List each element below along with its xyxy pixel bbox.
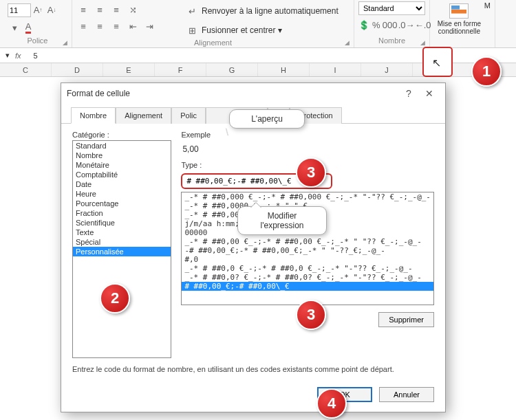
wrap-text-icon: ↵ <box>185 4 199 18</box>
tab-nombre[interactable]: Nombre <box>71 107 116 124</box>
orientation-icon[interactable]: ⤭ <box>126 3 140 16</box>
format-cells-dialog: Format de cellule ? ✕ Nombre Alignement … <box>61 82 446 412</box>
callout-modifier: Modifier l'expression <box>237 206 327 235</box>
wrap-text-label: Renvoyer à la ligne automatiquement <box>202 6 338 16</box>
categorie-item[interactable]: Texte <box>73 228 171 237</box>
merge-center-label: Fusionner et centrer <box>202 25 275 35</box>
exemple-label: Exemple <box>181 131 434 139</box>
categorie-item[interactable]: Pourcentage <box>73 199 171 208</box>
annuler-button[interactable]: Annuler <box>379 387 434 402</box>
font-color-icon[interactable]: A <box>21 21 35 34</box>
categorie-item[interactable]: Monétaire <box>73 160 171 170</box>
categorie-item[interactable]: Scientifique <box>73 218 171 228</box>
conditional-formatting-label: Mise en forme conditionnelle <box>434 20 484 35</box>
categorie-item[interactable]: Heure <box>73 189 171 199</box>
merge-center-button[interactable]: ⊞ Fusionner et centrer ▾ <box>182 22 341 38</box>
callout-apercu: L'aperçu <box>229 109 305 129</box>
column-header[interactable]: H <box>258 63 310 76</box>
categorie-item[interactable]: Personnalisée <box>73 247 171 256</box>
group-cond: Mise en forme conditionnelle M <box>430 0 495 47</box>
help-button[interactable]: ? <box>398 88 419 99</box>
column-header[interactable]: F <box>155 63 206 76</box>
badge-3-top: 3 <box>296 157 326 188</box>
dialog-launcher-nombre[interactable]: ◢ <box>418 38 427 47</box>
group-alignement: ≡ ≡ ≡ ⤭ ≡ ≡ ≡ ⇤ ⇥ ↵ Renvoyer à la ligne … <box>72 0 354 47</box>
format-item[interactable]: # ##0,00_€;-# ##0,00\_€ <box>182 282 433 291</box>
badge-4: 4 <box>316 388 347 419</box>
column-header[interactable]: G <box>206 63 258 76</box>
exemple-value: 5,00 <box>181 143 434 158</box>
align-middle-icon[interactable]: ≡ <box>93 3 107 16</box>
categorie-item[interactable]: Fraction <box>73 208 171 218</box>
chevron-down-icon: ▾ <box>278 25 282 35</box>
badge-2: 2 <box>100 283 130 313</box>
ribbon: A↑ A↓ ▾ A Police ◢ ≡ ≡ ≡ ⤭ ≡ ≡ ≡ ⇤ ⇥ <box>0 0 516 48</box>
percent-icon[interactable]: % <box>372 18 380 32</box>
categorie-label: Catégorie : <box>72 131 171 139</box>
currency-icon[interactable]: 💲 <box>358 18 369 32</box>
formula-dropdown-icon[interactable]: ▾ <box>6 51 10 60</box>
nombre-launcher-highlight: ↖ <box>422 47 453 77</box>
format-item[interactable]: _-* # ##0,0? €_-;-* # ##0,0? €_-;_-* "-"… <box>182 273 433 282</box>
wrap-text-button[interactable]: ↵ Renvoyer à la ligne automatiquement <box>182 3 341 19</box>
categorie-item[interactable]: Comptabilité <box>73 170 171 179</box>
tab-police[interactable]: Polic <box>171 107 206 124</box>
dialog-launcher-police[interactable]: ◢ <box>61 38 69 47</box>
categorie-item[interactable]: Spécial <box>73 237 171 247</box>
format-item[interactable]: _-* # ##0,00 €_-;-* # ##0,00 €_-;_-* " "… <box>182 237 433 246</box>
fx-label[interactable]: fx <box>15 52 21 60</box>
format-item[interactable]: _-* # ##0,000 €_-;-* # ##0,000 €_-;_-* "… <box>182 192 433 201</box>
merge-center-icon: ⊞ <box>185 23 199 37</box>
categorie-list[interactable]: StandardNombreMonétaireComptabilitéDateH… <box>72 140 171 358</box>
cond-next-trunc: M <box>484 1 491 10</box>
formula-value[interactable]: 5 <box>34 52 38 60</box>
increase-decimal-icon[interactable]: .0→ <box>400 18 413 32</box>
number-format-select[interactable]: Standard <box>358 1 425 15</box>
conditional-formatting-button[interactable]: Mise en forme conditionnelle <box>434 3 484 35</box>
column-header[interactable]: E <box>103 63 155 76</box>
increase-font-icon[interactable]: A↑ <box>31 3 45 17</box>
decrease-indent-icon[interactable]: ⇤ <box>126 19 140 33</box>
badge-1: 1 <box>471 56 502 87</box>
dialog-titlebar: Format de cellule ? ✕ <box>61 83 445 104</box>
badge-3-bottom: 3 <box>296 300 326 330</box>
group-label-alignement: Alignement <box>76 38 350 47</box>
supprimer-button[interactable]: Supprimer <box>378 312 434 327</box>
format-item[interactable]: #,0 <box>182 255 433 264</box>
align-center-icon[interactable]: ≡ <box>93 19 107 33</box>
close-button[interactable]: ✕ <box>419 88 440 99</box>
group-nombre: Standard 💲 % 000 .0→ ←.0 Nombre ◢ <box>354 0 430 47</box>
tab-alignement[interactable]: Alignement <box>116 107 171 124</box>
align-right-icon[interactable]: ≡ <box>109 19 123 33</box>
categorie-item[interactable]: Date <box>73 179 171 189</box>
decrease-decimal-icon[interactable]: ←.0 <box>416 18 430 32</box>
format-item[interactable]: -# ##0,00_€;-* # ##0,00_€;_-* " "-??_€;_… <box>182 246 433 255</box>
group-police: A↑ A↓ ▾ A Police ◢ <box>3 0 72 47</box>
cursor-icon: ↖ <box>432 56 441 69</box>
thousands-icon[interactable]: 000 <box>383 18 397 32</box>
dialog-title: Format de cellule <box>67 89 398 98</box>
increase-indent-icon[interactable]: ⇥ <box>142 19 156 33</box>
align-left-icon[interactable]: ≡ <box>76 19 90 33</box>
categorie-item[interactable]: Nombre <box>73 151 171 160</box>
decrease-font-icon[interactable]: A↓ <box>45 3 58 17</box>
font-size-input[interactable] <box>8 3 31 17</box>
column-header[interactable]: C <box>0 63 52 76</box>
group-label-nombre: Nombre <box>358 36 425 45</box>
column-header[interactable]: J <box>361 63 413 76</box>
column-header[interactable]: I <box>310 63 361 76</box>
align-top-icon[interactable]: ≡ <box>76 3 90 16</box>
hint-text: Entrez le code du format de nombre, en u… <box>72 365 434 373</box>
dialog-launcher-alignement[interactable]: ◢ <box>343 38 351 47</box>
fill-color-icon[interactable]: ▾ <box>8 21 21 34</box>
column-header[interactable]: D <box>52 63 103 76</box>
format-item[interactable]: _-* # ##0,0 €_-;-* # ##0,0 €_-;_-* "-"??… <box>182 264 433 273</box>
align-bottom-icon[interactable]: ≡ <box>109 3 123 16</box>
conditional-formatting-icon <box>449 3 469 19</box>
group-label-police: Police <box>8 36 67 45</box>
categorie-item[interactable]: Standard <box>73 141 171 151</box>
